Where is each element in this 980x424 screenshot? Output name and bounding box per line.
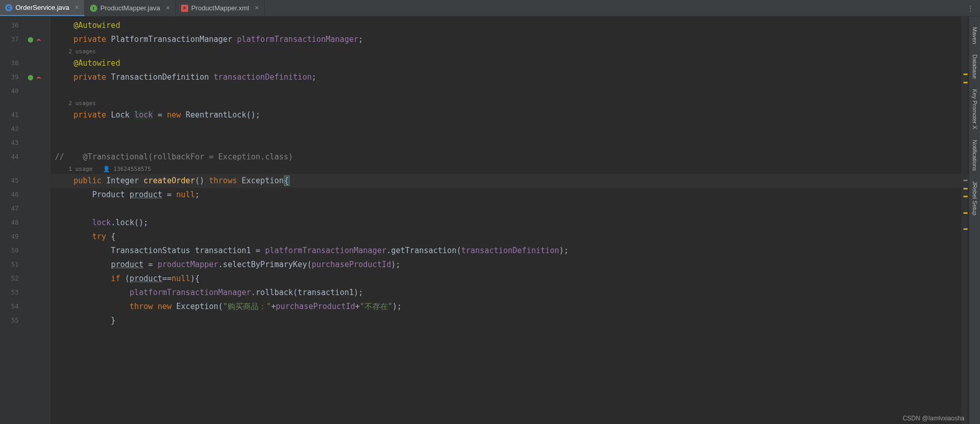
tab-label: ProductMapper.java xyxy=(100,4,160,12)
code-line[interactable]: if (product==null){ xyxy=(51,272,969,286)
file-type-icon: X xyxy=(181,5,188,12)
code-line[interactable] xyxy=(51,136,969,150)
code-line[interactable] xyxy=(51,84,969,98)
line-number[interactable]: 42 xyxy=(0,122,25,136)
code-line[interactable]: lock.lock(); xyxy=(51,216,969,230)
tool-jrebel-setup[interactable]: JRebel Setup xyxy=(972,181,978,215)
line-number[interactable]: 52 xyxy=(0,272,25,286)
right-tool-rail: MavenDatabaseKey Promoter XNotifications… xyxy=(969,17,980,424)
line-number[interactable]: 40 xyxy=(0,84,25,98)
line-number[interactable]: 38 xyxy=(0,56,25,70)
line-number[interactable]: 41 xyxy=(0,108,25,122)
line-number[interactable]: 53 xyxy=(0,286,25,300)
tab-productmapper-java[interactable]: IProductMapper.java✕ xyxy=(85,0,176,16)
code-line[interactable]: private TransactionDefinition transactio… xyxy=(51,70,969,84)
code-line[interactable]: throw new Exception("购买商品："+purchaseProd… xyxy=(51,300,969,314)
inlay-hint[interactable]: 1 usage 👤 13624558575 xyxy=(51,164,969,174)
file-type-icon: I xyxy=(90,5,97,12)
line-number[interactable]: 54 xyxy=(0,300,25,314)
line-number[interactable]: 55 xyxy=(0,314,25,328)
code-line[interactable]: // @Transactional(rollbackFor = Exceptio… xyxy=(51,150,969,164)
code-area[interactable]: @Autowired private PlatformTransactionMa… xyxy=(51,17,969,424)
inlay-hint[interactable]: 2 usages xyxy=(51,47,969,56)
line-number[interactable]: 37 xyxy=(0,33,25,47)
line-number[interactable]: 45 xyxy=(0,174,25,188)
code-line[interactable]: @Autowired xyxy=(51,19,969,33)
line-number[interactable]: 47 xyxy=(0,202,25,216)
code-line[interactable]: try { xyxy=(51,230,969,244)
tool-key-promoter-x[interactable]: Key Promoter X xyxy=(972,89,978,129)
code-line[interactable]: private Lock lock = new ReentrantLock(); xyxy=(51,108,969,122)
line-number[interactable]: 51 xyxy=(0,258,25,272)
tab-orderservice-java[interactable]: COrderService.java✕ xyxy=(0,0,85,16)
code-line[interactable]: public Integer createOrder() throws Exce… xyxy=(51,174,969,188)
line-number[interactable]: 50 xyxy=(0,244,25,258)
close-icon[interactable]: ✕ xyxy=(165,5,170,11)
line-number[interactable]: 36 xyxy=(0,19,25,33)
editor-tabs: COrderService.java✕IProductMapper.java✕X… xyxy=(0,0,980,17)
line-number[interactable]: 46 xyxy=(0,188,25,202)
close-icon[interactable]: ✕ xyxy=(74,4,79,11)
code-line[interactable]: TransactionStatus transaction1 = platfor… xyxy=(51,244,969,258)
tab-productmapper-xml[interactable]: XProductMapper.xml✕ xyxy=(176,0,265,16)
line-number[interactable]: 48 xyxy=(0,216,25,230)
inlay-hint[interactable]: 2 usages xyxy=(51,98,969,108)
code-line[interactable]: platformTransactionManager.rollback(tran… xyxy=(51,286,969,300)
line-number-gutter[interactable]: 3637383940414243444546474849505152535455 xyxy=(0,17,25,424)
code-line[interactable]: product = productMapper.selectByPrimaryK… xyxy=(51,258,969,272)
tool-notifications[interactable]: Notifications xyxy=(972,140,978,171)
close-icon[interactable]: ✕ xyxy=(254,5,259,11)
code-line[interactable]: private PlatformTransactionManager platf… xyxy=(51,33,969,47)
tool-database[interactable]: Database xyxy=(972,54,978,79)
code-line[interactable]: } xyxy=(51,314,969,328)
watermark: CSDN @Iamlvxiaosha xyxy=(902,415,964,422)
line-number[interactable]: 43 xyxy=(0,136,25,150)
tool-maven[interactable]: Maven xyxy=(972,27,978,44)
gutter-icons[interactable] xyxy=(25,17,51,424)
error-stripe[interactable] xyxy=(961,17,968,424)
line-number[interactable]: 44 xyxy=(0,150,25,164)
code-line[interactable] xyxy=(51,202,969,216)
spring-bean-icon[interactable] xyxy=(25,70,51,84)
tabs-more-icon[interactable]: ⋮ xyxy=(961,0,980,16)
tab-label: OrderService.java xyxy=(16,4,69,11)
code-line[interactable]: Product product = null; xyxy=(51,188,969,202)
line-number[interactable]: 39 xyxy=(0,70,25,84)
code-line[interactable]: @Autowired xyxy=(51,56,969,70)
spring-bean-icon[interactable] xyxy=(25,33,51,47)
line-number[interactable]: 49 xyxy=(0,230,25,244)
file-type-icon: C xyxy=(5,4,12,11)
svg-point-1 xyxy=(28,75,34,80)
tab-label: ProductMapper.xml xyxy=(191,4,249,12)
code-line[interactable] xyxy=(51,122,969,136)
svg-point-0 xyxy=(28,37,34,42)
editor: 3637383940414243444546474849505152535455… xyxy=(0,17,980,424)
